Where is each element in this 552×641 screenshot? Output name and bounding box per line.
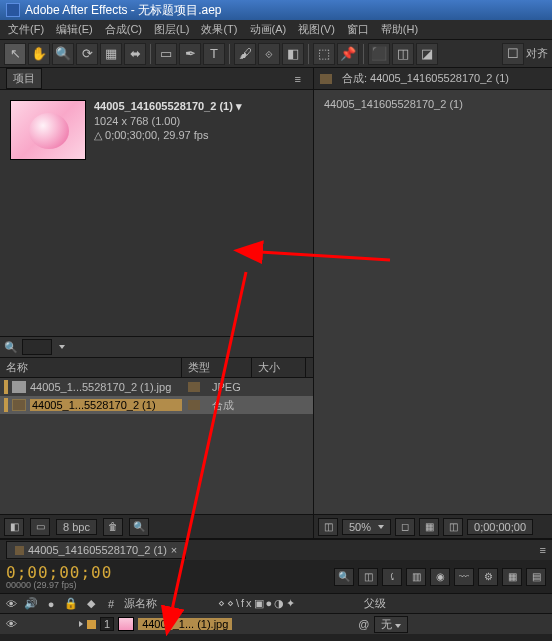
layer-row[interactable]: 👁 1 44005_1... (1).jpg @ 无 <box>0 614 552 634</box>
search-icon: 🔍 <box>4 341 18 354</box>
bpc-button[interactable]: 8 bpc <box>56 519 97 535</box>
clone-tool[interactable]: ⟐ <box>258 43 280 65</box>
search-input[interactable] <box>22 339 52 355</box>
audio-col-icon: 🔊 <box>24 597 38 610</box>
view-axis[interactable]: ◪ <box>416 43 438 65</box>
rect-tool[interactable]: ▭ <box>155 43 177 65</box>
pen-tool[interactable]: ✒ <box>179 43 201 65</box>
parent-dropdown[interactable]: 无 <box>374 616 408 633</box>
trash-button[interactable]: 🗑 <box>103 518 123 536</box>
layer-number: 1 <box>100 617 114 631</box>
brain-button[interactable]: ⚙ <box>478 568 498 586</box>
col-type[interactable]: 类型 <box>182 358 252 377</box>
tab-label-chip <box>15 546 24 555</box>
tool-bar: ↖ ✋ 🔍 ⟳ ▦ ⬌ ▭ ✒ T 🖌 ⟐ ◧ ⬚ 📌 ⬛ ◫ ◪ ☐ 对齐 <box>0 40 552 68</box>
timeline-header: 0;00;00;00 00000 (29.97 fps) 🔍 ◫ ⤹ ▥ ◉ 〰… <box>0 560 552 594</box>
brush-tool[interactable]: 🖌 <box>234 43 256 65</box>
row-type: 合成 <box>212 398 234 413</box>
project-search-row: 🔍 <box>0 336 313 358</box>
selection-tool[interactable]: ↖ <box>4 43 26 65</box>
menu-edit[interactable]: 编辑(E) <box>50 20 99 39</box>
menu-window[interactable]: 窗口 <box>341 20 375 39</box>
col-size[interactable]: 大小 <box>252 358 306 377</box>
twirl-icon[interactable] <box>79 621 83 627</box>
timeline-tab[interactable]: 44005_141605528170_2 (1) × <box>6 541 186 559</box>
preview-thumbnail <box>10 100 86 160</box>
text-tool[interactable]: T <box>203 43 225 65</box>
hand-tool[interactable]: ✋ <box>28 43 50 65</box>
separator <box>363 44 364 64</box>
timeline-tab-bar: 44005_141605528170_2 (1) × ≡ <box>0 540 552 560</box>
menu-view[interactable]: 视图(V) <box>292 20 341 39</box>
parent-col[interactable]: 父级 <box>364 596 386 611</box>
puppet-tool[interactable]: 📌 <box>337 43 359 65</box>
mask-button[interactable]: ◻ <box>395 518 415 536</box>
file-icon <box>12 381 26 393</box>
panel-menu-icon[interactable]: ≡ <box>540 544 546 556</box>
menu-composition[interactable]: 合成(C) <box>99 20 148 39</box>
col-name[interactable]: 名称 <box>0 358 182 377</box>
motion-blur-button[interactable]: ◉ <box>430 568 450 586</box>
app-icon <box>6 3 20 17</box>
menu-file[interactable]: 文件(F) <box>2 20 50 39</box>
search-menu-icon[interactable] <box>59 345 65 349</box>
label-col-icon: ◆ <box>84 597 98 610</box>
eye-toggle[interactable]: 👁 <box>4 618 18 630</box>
row-name: 44005_1...5528170_2 (1).jpg <box>30 381 182 393</box>
draft3d-button[interactable]: ▦ <box>502 568 522 586</box>
roto-tool[interactable]: ⬚ <box>313 43 335 65</box>
comp-label-chip <box>320 74 332 84</box>
comp-list-item[interactable]: 44005_141605528170_2 (1) <box>318 94 548 114</box>
guides-button[interactable]: ◫ <box>443 518 463 536</box>
pan-behind-tool[interactable]: ⬌ <box>124 43 146 65</box>
parent-pick[interactable]: @ <box>358 618 369 630</box>
grid-button[interactable]: ▦ <box>419 518 439 536</box>
lock-col-icon: 🔒 <box>64 597 78 610</box>
search-layers-button[interactable]: 🔍 <box>334 568 354 586</box>
separator <box>150 44 151 64</box>
viewer-controls: ◫ 50% ◻ ▦ ◫ 0;00;00;00 <box>314 514 552 538</box>
separator <box>308 44 309 64</box>
eye-col-icon: 👁 <box>4 598 18 610</box>
preview-duration: △ 0;00;30;00, 29.97 fps <box>94 129 242 142</box>
eraser-tool[interactable]: ◧ <box>282 43 304 65</box>
menu-effect[interactable]: 效果(T) <box>195 20 243 39</box>
menu-animation[interactable]: 动画(A) <box>244 20 293 39</box>
renderer-button[interactable]: ▤ <box>526 568 546 586</box>
project-row-image[interactable]: 44005_1...5528170_2 (1).jpg JPEG <box>0 378 313 396</box>
label-chip <box>188 382 200 392</box>
current-time[interactable]: 0;00;00;00 <box>467 519 533 535</box>
source-name-col[interactable]: 源名称 <box>124 596 212 611</box>
project-row-comp[interactable]: 44005_1...5528170_2 (1) 合成 <box>0 396 313 414</box>
preview-name[interactable]: 44005_141605528170_2 (1) ▾ <box>94 100 242 113</box>
menu-layer[interactable]: 图层(L) <box>148 20 195 39</box>
camera-tool[interactable]: ▦ <box>100 43 122 65</box>
menu-help[interactable]: 帮助(H) <box>375 20 424 39</box>
panel-menu-icon[interactable]: ≡ <box>289 71 307 87</box>
world-axis[interactable]: ◫ <box>392 43 414 65</box>
graph-editor-button[interactable]: 〰 <box>454 568 474 586</box>
label-chip <box>188 400 200 410</box>
local-axis[interactable]: ⬛ <box>368 43 390 65</box>
snap-toggle[interactable]: ☐ <box>502 43 524 65</box>
comp-mini-button[interactable]: ◫ <box>358 568 378 586</box>
label-swatch <box>4 380 8 394</box>
label-swatch <box>4 398 8 412</box>
always-preview-button[interactable]: ◫ <box>318 518 338 536</box>
layer-columns: 👁 🔊 ● 🔒 ◆ # 源名称 ⋄⋄\fx▣●◑✦ 父级 <box>0 594 552 614</box>
layer-name[interactable]: 44005_1... (1).jpg <box>138 618 232 630</box>
composition-panel: 合成: 44005_141605528170_2 (1) 44005_14160… <box>314 68 552 538</box>
interpret-footage-button[interactable]: ◧ <box>4 518 24 536</box>
frame-blend-button[interactable]: ▥ <box>406 568 426 586</box>
zoom-tool[interactable]: 🔍 <box>52 43 74 65</box>
project-preview: 44005_141605528170_2 (1) ▾ 1024 x 768 (1… <box>0 90 313 200</box>
rotate-tool[interactable]: ⟳ <box>76 43 98 65</box>
project-tab[interactable]: 项目 <box>6 68 42 89</box>
close-icon[interactable]: × <box>171 544 177 556</box>
project-columns: 名称 类型 大小 <box>0 358 313 378</box>
new-comp-button[interactable]: ▭ <box>30 518 50 536</box>
layer-label-chip[interactable] <box>87 620 96 629</box>
zoom-dropdown[interactable]: 50% <box>342 519 391 535</box>
shy-button[interactable]: ⤹ <box>382 568 402 586</box>
find-button[interactable]: 🔍 <box>129 518 149 536</box>
